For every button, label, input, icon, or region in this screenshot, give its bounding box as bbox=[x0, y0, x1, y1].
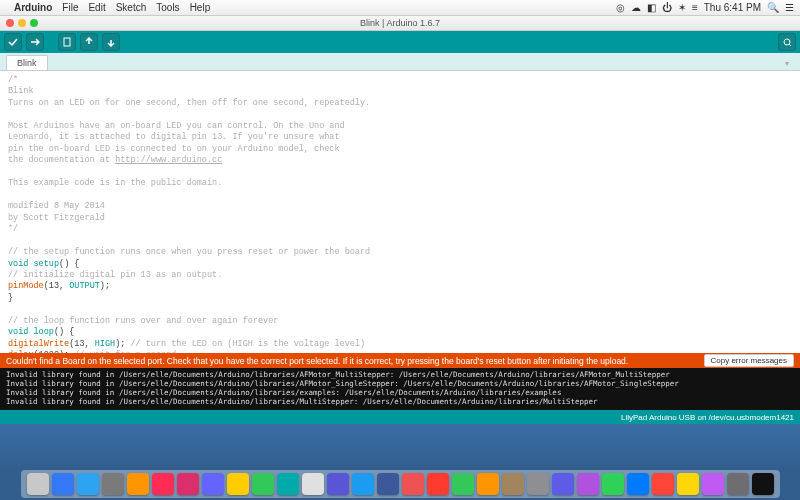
code-line: // the loop function runs over and over … bbox=[8, 316, 792, 327]
code-line: pinMode(13, OUTPUT); bbox=[8, 281, 792, 292]
code-line: void setup() { bbox=[8, 259, 792, 270]
code-line: // initialize digital pin 13 as an outpu… bbox=[8, 270, 792, 281]
dock-app-icon[interactable] bbox=[127, 473, 149, 495]
block-comment: /* Blink Turns on an LED on for one seco… bbox=[8, 75, 792, 236]
dock-app-icon[interactable] bbox=[102, 473, 124, 495]
svg-rect-0 bbox=[64, 38, 70, 46]
dock-app-icon[interactable] bbox=[527, 473, 549, 495]
tray-icon[interactable]: ⏻ bbox=[662, 2, 672, 13]
dock-app-icon[interactable] bbox=[252, 473, 274, 495]
zoom-window-icon[interactable] bbox=[30, 19, 38, 27]
tools-menu[interactable]: Tools bbox=[156, 2, 179, 13]
macos-menubar: Arduino File Edit Sketch Tools Help ◎ ☁ … bbox=[0, 0, 800, 16]
dock-app-icon[interactable] bbox=[52, 473, 74, 495]
status-bar: LilyPad Arduino USB on /dev/cu.usbmodem1… bbox=[0, 410, 800, 424]
dock-app-icon[interactable] bbox=[452, 473, 474, 495]
edit-menu[interactable]: Edit bbox=[88, 2, 105, 13]
dock-app-icon[interactable] bbox=[627, 473, 649, 495]
verify-button[interactable] bbox=[4, 33, 22, 51]
close-window-icon[interactable] bbox=[6, 19, 14, 27]
doc-link[interactable]: http://www.arduino.cc bbox=[115, 155, 222, 165]
error-bar: Couldn't find a Board on the selected po… bbox=[0, 353, 800, 368]
dock-app-icon[interactable] bbox=[152, 473, 174, 495]
system-tray: ◎ ☁ ◧ ⏻ ✶ ≡ Thu 6:41 PM 🔍 ☰ bbox=[616, 2, 794, 13]
console-line: Invalid library found in /Users/elle/Doc… bbox=[6, 397, 794, 406]
window-titlebar: Blink | Arduino 1.6.7 bbox=[0, 16, 800, 31]
help-menu[interactable]: Help bbox=[190, 2, 211, 13]
macos-dock bbox=[21, 470, 780, 498]
desktop-background bbox=[0, 424, 800, 500]
window-title: Blink | Arduino 1.6.7 bbox=[360, 18, 440, 28]
console-line: Invalid library found in /Users/elle/Doc… bbox=[6, 388, 794, 397]
sketch-tab-bar: Blink bbox=[0, 53, 800, 71]
dock-app-icon[interactable] bbox=[327, 473, 349, 495]
minimize-window-icon[interactable] bbox=[18, 19, 26, 27]
dock-app-icon[interactable] bbox=[727, 473, 749, 495]
tab-blink[interactable]: Blink bbox=[6, 55, 48, 70]
dock-app-icon[interactable] bbox=[602, 473, 624, 495]
dock-app-icon[interactable] bbox=[402, 473, 424, 495]
open-sketch-button[interactable] bbox=[80, 33, 98, 51]
app-menu[interactable]: Arduino bbox=[14, 2, 52, 13]
dock-app-icon[interactable] bbox=[652, 473, 674, 495]
dock-app-icon[interactable] bbox=[202, 473, 224, 495]
code-line: digitalWrite(13, HIGH); // turn the LED … bbox=[8, 339, 792, 350]
tray-icon[interactable]: ◎ bbox=[616, 2, 625, 13]
dock-app-icon[interactable] bbox=[302, 473, 324, 495]
spotlight-icon[interactable]: 🔍 bbox=[767, 2, 779, 13]
tray-icon[interactable]: ≡ bbox=[692, 2, 698, 13]
notifications-icon[interactable]: ☰ bbox=[785, 2, 794, 13]
dock-app-icon[interactable] bbox=[77, 473, 99, 495]
new-sketch-button[interactable] bbox=[58, 33, 76, 51]
error-message: Couldn't find a Board on the selected po… bbox=[6, 356, 628, 366]
dock-app-icon[interactable] bbox=[277, 473, 299, 495]
console-panel[interactable]: Invalid library found in /Users/elle/Doc… bbox=[0, 368, 800, 410]
wifi-icon[interactable]: ✶ bbox=[678, 2, 686, 13]
dock-app-icon[interactable] bbox=[502, 473, 524, 495]
tray-icon[interactable]: ☁ bbox=[631, 2, 641, 13]
console-line: Invalid library found in /Users/elle/Doc… bbox=[6, 379, 794, 388]
console-line: Invalid library found in /Users/elle/Doc… bbox=[6, 370, 794, 379]
code-editor[interactable]: /* Blink Turns on an LED on for one seco… bbox=[0, 71, 800, 353]
dock-app-icon[interactable] bbox=[377, 473, 399, 495]
dock-app-icon[interactable] bbox=[477, 473, 499, 495]
sketch-menu[interactable]: Sketch bbox=[116, 2, 147, 13]
dock-app-icon[interactable] bbox=[177, 473, 199, 495]
dock-app-icon[interactable] bbox=[427, 473, 449, 495]
dock-app-icon[interactable] bbox=[227, 473, 249, 495]
dock-app-icon[interactable] bbox=[677, 473, 699, 495]
board-port-status: LilyPad Arduino USB on /dev/cu.usbmodem1… bbox=[621, 413, 794, 422]
dock-app-icon[interactable] bbox=[577, 473, 599, 495]
tab-menu-dropdown[interactable] bbox=[770, 55, 800, 70]
dock-app-icon[interactable] bbox=[752, 473, 774, 495]
copy-error-button[interactable]: Copy error messages bbox=[704, 354, 794, 367]
code-line: void loop() { bbox=[8, 327, 792, 338]
code-line: } bbox=[8, 293, 792, 304]
traffic-lights bbox=[6, 19, 38, 27]
save-sketch-button[interactable] bbox=[102, 33, 120, 51]
clock[interactable]: Thu 6:41 PM bbox=[704, 2, 761, 13]
code-line: // the setup function runs once when you… bbox=[8, 247, 792, 258]
upload-button[interactable] bbox=[26, 33, 44, 51]
dock-app-icon[interactable] bbox=[352, 473, 374, 495]
dock-app-icon[interactable] bbox=[27, 473, 49, 495]
dock-app-icon[interactable] bbox=[552, 473, 574, 495]
serial-monitor-button[interactable] bbox=[778, 33, 796, 51]
file-menu[interactable]: File bbox=[62, 2, 78, 13]
dock-app-icon[interactable] bbox=[702, 473, 724, 495]
arduino-toolbar bbox=[0, 31, 800, 53]
tray-icon[interactable]: ◧ bbox=[647, 2, 656, 13]
